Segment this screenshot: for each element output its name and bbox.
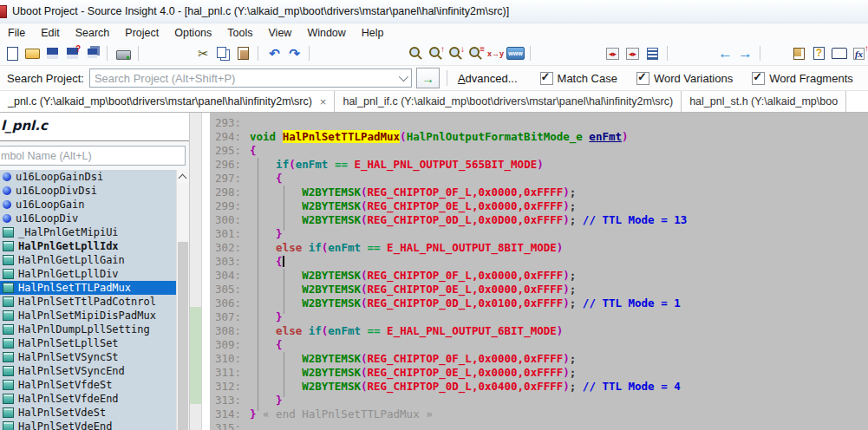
symbol-item-HalPnlSetLpllSet[interactable]: HalPnlSetLpllSet [0, 336, 177, 350]
browse-icon[interactable] [789, 44, 809, 62]
checkbox-match-case[interactable]: Match Case [540, 72, 617, 85]
advanced-button[interactable]: Advanced... [454, 72, 521, 85]
symbol-item-HalPnlGetLpllDiv[interactable]: HalPnlGetLpllDiv [0, 267, 177, 281]
symbol-item-u16LoopDivDsi[interactable]: u16LoopDivDsi [0, 184, 177, 198]
code-line-303[interactable]: 303 { [210, 255, 868, 269]
paste-icon[interactable] [233, 44, 253, 62]
code-line-295[interactable]: 295{ [210, 144, 868, 158]
open-folder-icon[interactable] [23, 44, 42, 62]
menu-options[interactable]: Options [166, 25, 219, 41]
checkbox-icon[interactable] [540, 72, 553, 85]
go-back-icon[interactable] [715, 44, 735, 62]
checkbox-word-variations[interactable]: Word Variations [636, 72, 733, 85]
search-backward-icon[interactable]: ↓ [446, 44, 466, 62]
code-line-293[interactable]: 293 [210, 116, 868, 130]
code-line-311[interactable]: 311 W2BYTEMSK(REG_CHIPTOP_0E_L,0x0000,0x… [210, 366, 868, 380]
symbol-item-HalPnlDumpLpllSetting[interactable]: HalPnlDumpLpllSetting [0, 322, 177, 336]
symbol-item-HalPnlSetVfdeSt[interactable]: HalPnlSetVfdeSt [0, 378, 177, 392]
checkbox-icon[interactable] [636, 72, 649, 85]
close-icon[interactable]: × [320, 95, 327, 108]
code-line-312[interactable]: 312 W2BYTEMSK(REG_CHIPTOP_0D_L,0x0400,0x… [210, 380, 868, 394]
menu-window[interactable]: Window [299, 25, 353, 41]
code-editor[interactable]: 293294void HalPnlSetTTLPadMux(HalPnlOutp… [210, 113, 868, 430]
menu-search[interactable]: Search [68, 25, 118, 41]
symbol-name-input[interactable] [0, 146, 186, 166]
symbol-item-HalPnlSetVSyncSt[interactable]: HalPnlSetVSyncSt [0, 350, 177, 364]
symbol-item-_HalPnlGetMipiUi[interactable]: _HalPnlGetMipiUi [0, 225, 177, 239]
save-icon[interactable] [42, 44, 62, 62]
code-line-298[interactable]: 298 W2BYTEMSK(REG_CHIPTOP_0F_L,0x0000,0x… [210, 186, 868, 199]
line-number: 312 [210, 380, 241, 394]
pane-right-icon[interactable] [623, 44, 643, 62]
menu-view[interactable]: View [261, 25, 300, 41]
symbol-item-HalPnlSetVdeSt[interactable]: HalPnlSetVdeSt [0, 406, 177, 420]
symbol-item-HalPnlSetVdeEnd[interactable]: HalPnlSetVdeEnd [0, 420, 177, 430]
replace-icon[interactable] [486, 44, 506, 62]
redo-icon[interactable] [284, 44, 304, 62]
function-up-icon[interactable] [849, 44, 868, 62]
menu-help[interactable]: Help [354, 25, 392, 41]
symbol-item-HalPnlSetVSyncEnd[interactable]: HalPnlSetVSyncEnd [0, 364, 177, 378]
code-line-307[interactable]: 307 } [210, 310, 868, 324]
menu-project[interactable]: Project [117, 25, 166, 41]
search-project-combo[interactable] [89, 68, 412, 88]
go-forward-icon[interactable] [735, 44, 755, 62]
tab-2[interactable]: hal_pnl_st.h (Y:\alkaid_mp\boo [682, 91, 846, 112]
search-go-button[interactable]: → [416, 68, 440, 88]
save-all-icon[interactable] [82, 44, 102, 62]
scroll-up-arrow-icon[interactable] [177, 170, 189, 183]
editor-position-strip[interactable] [189, 113, 202, 430]
indent-guide [258, 158, 258, 411]
code-line-304[interactable]: 304 W2BYTEMSK(REG_CHIPTOP_0F_L,0x0000,0x… [210, 269, 868, 283]
tab-0[interactable]: _pnl.c (Y:\alkaid_mp\boot\drivers\mstar\… [0, 91, 335, 112]
search-files-icon[interactable]: ≡ [466, 44, 486, 62]
code-line-300[interactable]: 300 W2BYTEMSK(REG_CHIPTOP_0D_L,0x0D00,0x… [210, 213, 868, 227]
menu-file[interactable]: File [0, 25, 33, 41]
code-line-315[interactable]: 315 [210, 421, 868, 430]
search-project-input[interactable] [89, 68, 412, 88]
code-line-314[interactable]: 314} « end HalPnlSetTTLPadMux » [210, 407, 868, 421]
pane-left-icon[interactable] [603, 44, 623, 62]
symbol-item-HalPnlGetLpllIdx[interactable]: HalPnlGetLpllIdx [0, 239, 177, 253]
symbol-item-u16LoopGainDsi[interactable]: u16LoopGainDsi [0, 170, 177, 184]
code-line-294[interactable]: 294void HalPnlSetTTLPadMux(HalPnlOutputF… [210, 130, 868, 144]
code-line-313[interactable]: 313 } [210, 394, 868, 407]
undo-icon[interactable] [264, 44, 284, 62]
search-icon[interactable] [406, 44, 426, 62]
context-help-icon[interactable] [809, 44, 829, 62]
menu-tools[interactable]: Tools [219, 25, 260, 41]
symbol-item-u16LoopDiv[interactable]: u16LoopDiv [0, 212, 177, 225]
symbol-item-HalPnlSetVfdeEnd[interactable]: HalPnlSetVfdeEnd [0, 392, 177, 406]
code-line-305[interactable]: 305 W2BYTEMSK(REG_CHIPTOP_0E_L,0x0000,0x… [210, 283, 868, 296]
tab-1[interactable]: hal_pnl_if.c (Y:\alkaid_mp\boot\drivers\… [335, 91, 682, 112]
code-line-297[interactable]: 297 { [210, 172, 868, 186]
code-line-310[interactable]: 310 W2BYTEMSK(REG_CHIPTOP_0F_L,0x0000,0x… [210, 352, 868, 366]
code-line-296[interactable]: 296 if(enFmt == E_HAL_PNL_OUTPUT_565BIT_… [210, 158, 868, 172]
symbol-item-HalPnlSetMipiDisPadMux[interactable]: HalPnlSetMipiDisPadMux [0, 309, 177, 322]
references-icon[interactable] [829, 44, 849, 62]
code-line-302[interactable]: 302 else if(enFmt == E_HAL_PNL_OUTPUT_8B… [210, 241, 868, 255]
symbol-list-scrollbar[interactable] [176, 170, 189, 430]
symbol-window-icon[interactable] [643, 44, 662, 62]
symbol-item-HalPnlGetLpllGain[interactable]: HalPnlGetLpllGain [0, 253, 177, 267]
print-icon[interactable] [114, 44, 134, 62]
cut-icon[interactable] [193, 44, 213, 62]
code-line-299[interactable]: 299 W2BYTEMSK(REG_CHIPTOP_0E_L,0x0000,0x… [210, 199, 868, 213]
checkbox-icon[interactable] [752, 72, 765, 85]
copy-icon[interactable] [213, 44, 233, 62]
new-file-icon[interactable] [3, 44, 23, 62]
code-line-306[interactable]: 306 W2BYTEMSK(REG_CHIPTOP_0D_L,0x0100,0x… [210, 296, 868, 310]
code-line-301[interactable]: 301 } [210, 227, 868, 241]
symbol-item-HalPnlSetTTLPadMux[interactable]: HalPnlSetTTLPadMux [0, 281, 177, 295]
menu-edit[interactable]: Edit [33, 25, 68, 41]
symbol-item-HalPnlSetTtlPadCotnrol[interactable]: HalPnlSetTtlPadCotnrol [0, 295, 177, 309]
code-line-308[interactable]: 308 else if(enFmt == E_HAL_PNL_OUTPUT_6B… [210, 324, 868, 338]
save-as-icon[interactable] [62, 44, 82, 62]
code-line-309[interactable]: 309 { [210, 338, 868, 352]
search-forward-icon[interactable]: ↑ [426, 44, 446, 62]
symbol-item-u16LoopGain[interactable]: u16LoopGain [0, 198, 177, 212]
checkbox-label: Match Case [558, 72, 617, 85]
checkbox-word-fragments[interactable]: Word Fragments [752, 72, 853, 85]
scrollbar-thumb[interactable] [178, 242, 188, 430]
search-web-icon[interactable] [506, 44, 525, 62]
